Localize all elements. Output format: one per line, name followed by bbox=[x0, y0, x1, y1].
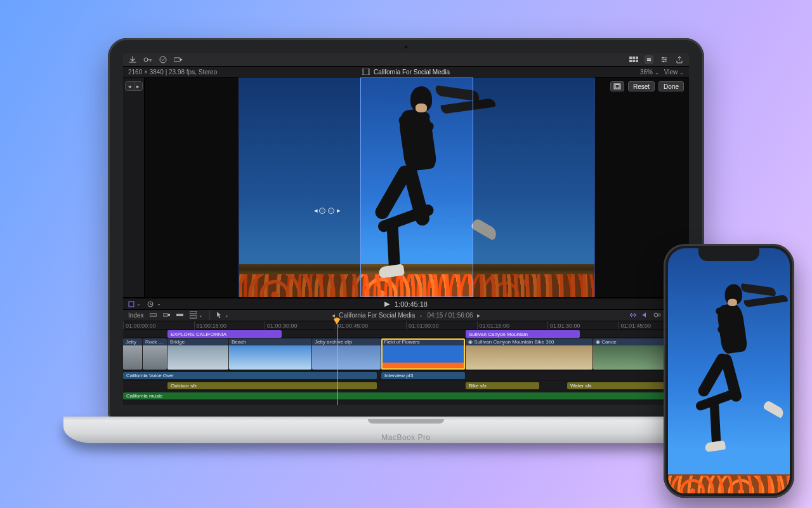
svg-rect-5 bbox=[636, 57, 638, 59]
import-icon[interactable] bbox=[128, 55, 137, 64]
video-editor-app: 2160 × 3840 | 23.98 fps, Stereo Californ… bbox=[123, 53, 689, 405]
chapter-marker[interactable]: Sullivan Canyon Mountain bbox=[466, 330, 580, 338]
transform-tools: ⌄ ⌄ bbox=[128, 301, 161, 307]
svg-rect-23 bbox=[190, 311, 197, 314]
svg-rect-3 bbox=[629, 57, 632, 59]
svg-rect-4 bbox=[632, 57, 635, 59]
audio-clip[interactable]: Bike sfx bbox=[466, 382, 539, 389]
solo-icon[interactable] bbox=[653, 312, 661, 318]
crop-mode-button[interactable] bbox=[610, 81, 624, 91]
svg-rect-19 bbox=[150, 314, 157, 316]
video-clip[interactable]: Jetty bbox=[123, 338, 142, 370]
video-clip[interactable]: Field of Flowers bbox=[381, 338, 465, 370]
project-title: California For Social Media bbox=[374, 69, 450, 76]
skimming-icon[interactable] bbox=[629, 312, 637, 318]
retime-menu[interactable]: ⌄ bbox=[147, 301, 161, 307]
video-clip[interactable]: ◉ Sullivan Canyon Mountain Bike 360 bbox=[466, 338, 593, 370]
append-clip-icon[interactable] bbox=[163, 312, 170, 318]
viewer-area: ◂ ▸ Reset Done bbox=[123, 77, 689, 298]
angle-toggle[interactable]: ◂ ▸ bbox=[125, 81, 143, 91]
playhead[interactable] bbox=[337, 320, 337, 405]
svg-point-13 bbox=[663, 61, 664, 62]
macbook-camera bbox=[404, 45, 408, 49]
macbook-frame: 2160 × 3840 | 23.98 fps, Stereo Californ… bbox=[108, 38, 704, 432]
video-lane[interactable]: JettyRock climbBridgeBeachJetty archive … bbox=[123, 338, 689, 371]
svg-point-1 bbox=[160, 57, 166, 63]
viewer-timecode: 1:00:45:18 bbox=[395, 300, 428, 308]
macbook-bezel: 2160 × 3840 | 23.98 fps, Stereo Californ… bbox=[108, 38, 704, 419]
layout-list-icon[interactable] bbox=[645, 55, 653, 64]
share-icon[interactable] bbox=[675, 55, 684, 64]
music-lane[interactable]: California music bbox=[123, 391, 689, 401]
video-clip[interactable]: Jetty archive clip bbox=[312, 338, 381, 370]
bg-tasks-icon[interactable] bbox=[159, 55, 167, 64]
timeline-history-back-icon[interactable]: ◂ bbox=[332, 312, 335, 319]
svg-rect-21 bbox=[168, 314, 170, 316]
timeline-index-button[interactable]: Index bbox=[128, 312, 143, 319]
svg-point-25 bbox=[654, 313, 658, 317]
chapter-marker[interactable]: EXPLORE CALIFORNIA bbox=[167, 330, 282, 338]
viewer-top-buttons: Reset Done bbox=[610, 81, 684, 91]
iphone-flowers bbox=[668, 476, 790, 493]
svg-point-11 bbox=[662, 57, 664, 58]
inspector-icon[interactable] bbox=[660, 55, 669, 64]
angle-right-icon[interactable]: ▸ bbox=[134, 82, 142, 90]
viewer-sidebar: ◂ ▸ bbox=[123, 77, 145, 297]
timeline-project-name[interactable]: California For Social Media bbox=[339, 312, 415, 319]
video-clip[interactable]: Beach bbox=[229, 338, 311, 370]
toolbar-left-group bbox=[128, 55, 183, 64]
ruler-tick: 01:00:15:00 bbox=[194, 321, 227, 330]
timeline-position: 04:15 / 01:56:06 bbox=[427, 312, 473, 319]
audio-clip[interactable]: California Voice Over bbox=[123, 372, 377, 379]
project-title-group: California For Social Media bbox=[362, 69, 450, 76]
angle-left-icon[interactable]: ◂ bbox=[126, 82, 134, 90]
transform-menu[interactable]: ⌄ bbox=[128, 301, 141, 307]
viewer-zoom[interactable]: 36% ⌄ bbox=[640, 69, 659, 76]
timeline-history-fwd-icon[interactable]: ▸ bbox=[477, 312, 480, 319]
layout-grid-icon[interactable] bbox=[629, 55, 638, 64]
marker-lane: EXPLORE CALIFORNIASullivan Canyon Mounta… bbox=[123, 330, 689, 338]
audio-clip[interactable]: California music bbox=[123, 392, 689, 399]
svg-rect-8 bbox=[636, 60, 638, 62]
done-button[interactable]: Done bbox=[658, 81, 684, 91]
clip-format-label: 2160 × 3840 | 23.98 fps, Stereo bbox=[128, 69, 217, 76]
filmstrip-icon bbox=[362, 69, 370, 75]
dialogue-lane[interactable]: California Voice OverInterview pt3 bbox=[123, 371, 689, 381]
video-clip[interactable]: Bridge bbox=[167, 338, 228, 370]
iphone-body bbox=[664, 244, 794, 498]
video-clip[interactable]: Rock climb bbox=[143, 338, 167, 370]
reset-button[interactable]: Reset bbox=[628, 81, 655, 91]
audio-clip[interactable]: Interview pt3 bbox=[381, 372, 465, 379]
iphone-notch bbox=[698, 248, 759, 261]
svg-rect-2 bbox=[174, 58, 180, 62]
ruler-tick: 01:00:30:00 bbox=[265, 321, 298, 330]
insert-clip-icon[interactable] bbox=[150, 312, 157, 318]
macbook-label: MacBook Pro bbox=[381, 433, 431, 442]
view-menu[interactable]: View ⌄ bbox=[664, 69, 684, 76]
app-toolbar bbox=[123, 53, 689, 67]
viewer-canvas-wrap[interactable]: Reset Done bbox=[145, 77, 689, 297]
svg-rect-10 bbox=[647, 60, 651, 61]
ruler-tick: 01:00:00:00 bbox=[123, 321, 156, 330]
connect-clip-icon[interactable]: ⌄ bbox=[190, 311, 203, 319]
app-infobar: 2160 × 3840 | 23.98 fps, Stereo Californ… bbox=[123, 67, 689, 77]
library-toggle-icon[interactable] bbox=[174, 55, 183, 64]
viewer-canvas[interactable]: ◂▸ bbox=[239, 77, 594, 297]
iphone-runner-silhouette bbox=[681, 281, 777, 448]
timeline-ruler[interactable]: 01:00:00:0001:00:15:0001:00:30:0001:00:4… bbox=[123, 321, 689, 330]
keyword-icon[interactable] bbox=[143, 55, 152, 64]
transport-bar: ⌄ ⌄ ▶ 1:00:45:18 bbox=[123, 298, 689, 309]
canvas-flowers bbox=[239, 274, 594, 297]
svg-point-12 bbox=[665, 59, 666, 60]
audio-clip[interactable]: Outdoor sfx bbox=[167, 382, 377, 389]
timeline-body[interactable]: EXPLORE CALIFORNIASullivan Canyon Mounta… bbox=[123, 330, 689, 405]
sfx-lane[interactable]: Outdoor sfxBike sfxWater sfx bbox=[123, 381, 689, 391]
svg-rect-6 bbox=[629, 60, 632, 62]
audio-skim-icon[interactable] bbox=[642, 312, 648, 318]
overwrite-clip-icon[interactable] bbox=[176, 312, 183, 318]
play-button[interactable]: ▶ bbox=[384, 300, 390, 308]
svg-rect-7 bbox=[632, 60, 635, 62]
ruler-tick: 01:01:30:00 bbox=[547, 321, 580, 330]
arrow-tool-icon[interactable]: ⌄ bbox=[216, 311, 229, 319]
ruler-tick: 01:01:15:00 bbox=[477, 321, 510, 330]
